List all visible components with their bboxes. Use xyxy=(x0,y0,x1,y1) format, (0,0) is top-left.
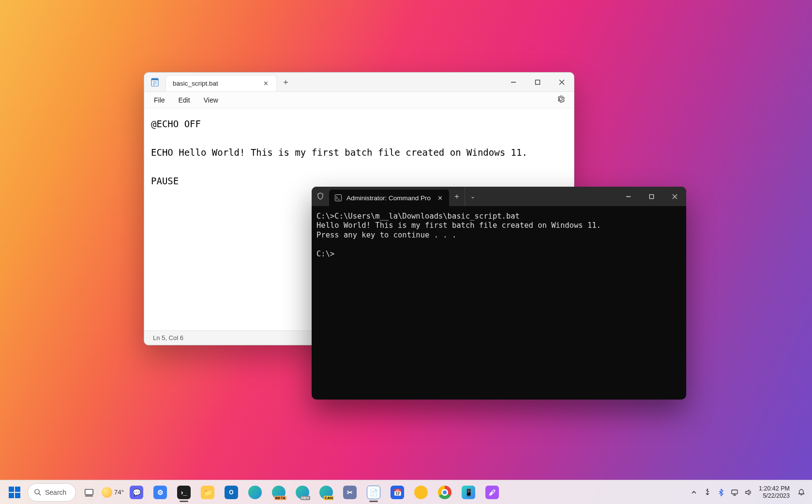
terminal-window: Administrator: Command Pro ✕ ＋ ⌄ C:\>C:\… xyxy=(312,187,686,400)
tray-network-icon[interactable] xyxy=(729,486,740,499)
terminal-new-tab-button[interactable]: ＋ xyxy=(449,187,465,206)
terminal-tab-dropdown[interactable]: ⌄ xyxy=(465,187,480,206)
notepad-window-controls xyxy=(501,73,574,91)
taskbar-app-phone-link[interactable]: 📱 xyxy=(458,482,479,503)
search-label: Search xyxy=(45,489,66,496)
start-button[interactable] xyxy=(4,482,25,503)
terminal-output[interactable]: C:\>C:\Users\m__la\Downloads\basic_scrip… xyxy=(312,206,686,400)
svg-rect-14 xyxy=(9,487,14,492)
settings-button[interactable] xyxy=(552,93,570,107)
admin-shield-icon xyxy=(312,187,329,206)
gear-icon xyxy=(556,95,565,104)
taskbar-clock[interactable]: 1:20:42 PM 5/22/2023 xyxy=(756,485,793,500)
close-button[interactable] xyxy=(663,187,686,206)
menu-view[interactable]: View xyxy=(198,94,224,106)
taskbar-app-edge-beta[interactable]: BETA xyxy=(268,482,289,503)
search-icon xyxy=(34,489,41,496)
tray-volume-icon[interactable] xyxy=(742,486,754,499)
cmd-icon xyxy=(335,194,342,201)
clock-date: 5/22/2023 xyxy=(759,492,790,500)
taskbar: Search 74° 💬 ⚙ ›_ 📁 O BETA DEV CAN ✂ 📄 📅… xyxy=(0,480,812,504)
maximize-button[interactable] xyxy=(526,73,550,91)
svg-rect-21 xyxy=(85,495,93,496)
task-view-button[interactable] xyxy=(78,482,100,503)
menu-edit[interactable]: Edit xyxy=(173,94,196,106)
windows-logo-icon xyxy=(8,486,21,499)
taskbar-app-calendar[interactable]: 📅 xyxy=(387,482,408,503)
taskbar-app-chat[interactable]: 💬 xyxy=(126,482,147,503)
svg-rect-17 xyxy=(15,493,20,498)
taskbar-app-edge[interactable] xyxy=(244,482,266,503)
taskbar-app-edge-canary[interactable]: CAN xyxy=(316,482,337,503)
notepad-app-icon xyxy=(144,73,165,91)
close-button[interactable] xyxy=(550,73,574,91)
taskbar-app-chrome-canary[interactable] xyxy=(410,482,432,503)
notepad-tab-close-icon[interactable]: ✕ xyxy=(262,79,271,88)
sun-icon xyxy=(102,487,112,498)
terminal-tab-close-icon[interactable]: ✕ xyxy=(436,193,444,202)
tray-usb-icon[interactable] xyxy=(702,486,713,499)
taskbar-left: Search 74° 💬 ⚙ ›_ 📁 O BETA DEV CAN ✂ 📄 📅… xyxy=(4,482,503,503)
taskbar-app-outlook[interactable]: O xyxy=(221,482,242,503)
notepad-titlebar[interactable]: basic_script.bat ✕ ＋ xyxy=(144,73,574,92)
terminal-titlebar[interactable]: Administrator: Command Pro ✕ ＋ ⌄ xyxy=(312,187,686,206)
notepad-tab-title: basic_script.bat xyxy=(173,80,218,87)
notepad-menubar: File Edit View xyxy=(144,92,574,108)
notifications-button[interactable] xyxy=(795,486,808,499)
svg-rect-23 xyxy=(732,490,737,494)
minimize-button[interactable] xyxy=(501,73,526,91)
maximize-button[interactable] xyxy=(640,187,663,206)
weather-widget[interactable]: 74° xyxy=(102,482,123,503)
svg-rect-11 xyxy=(649,194,653,198)
svg-rect-15 xyxy=(15,487,20,492)
svg-rect-1 xyxy=(151,78,158,80)
svg-line-19 xyxy=(39,493,41,495)
svg-rect-6 xyxy=(536,80,540,84)
search-box[interactable]: Search xyxy=(28,483,76,502)
notepad-new-tab-button[interactable]: ＋ xyxy=(277,73,295,91)
notepad-tab[interactable]: basic_script.bat ✕ xyxy=(165,75,277,91)
taskbar-app-chrome[interactable] xyxy=(434,482,455,503)
svg-rect-20 xyxy=(85,489,93,494)
taskbar-app-terminal[interactable]: ›_ xyxy=(173,482,195,503)
taskbar-app-explorer[interactable]: 📁 xyxy=(197,482,218,503)
taskbar-app-edge-dev[interactable]: DEV xyxy=(292,482,313,503)
clock-time: 1:20:42 PM xyxy=(759,485,790,492)
taskbar-right: 1:20:42 PM 5/22/2023 xyxy=(688,485,808,500)
weather-temp: 74° xyxy=(114,489,124,496)
minimize-button[interactable] xyxy=(617,187,640,206)
taskbar-app-snip[interactable]: ✂ xyxy=(339,482,361,503)
taskbar-app-paint[interactable]: 🖌 xyxy=(481,482,503,503)
svg-rect-16 xyxy=(9,493,14,498)
terminal-tab[interactable]: Administrator: Command Pro ✕ xyxy=(329,190,449,206)
svg-point-22 xyxy=(707,489,708,489)
svg-point-18 xyxy=(35,489,39,494)
taskbar-app-notepad[interactable]: 📄 xyxy=(363,482,384,503)
terminal-tab-title: Administrator: Command Pro xyxy=(346,194,431,202)
taskbar-app-settings[interactable]: ⚙ xyxy=(150,482,171,503)
tray-chevron-icon[interactable] xyxy=(688,486,700,499)
terminal-window-controls xyxy=(617,187,686,206)
task-view-icon xyxy=(84,487,94,498)
cursor-position: Ln 5, Col 6 xyxy=(153,334,183,341)
menu-file[interactable]: File xyxy=(148,94,171,106)
svg-rect-9 xyxy=(335,195,342,201)
tray-bluetooth-icon[interactable] xyxy=(715,486,727,499)
